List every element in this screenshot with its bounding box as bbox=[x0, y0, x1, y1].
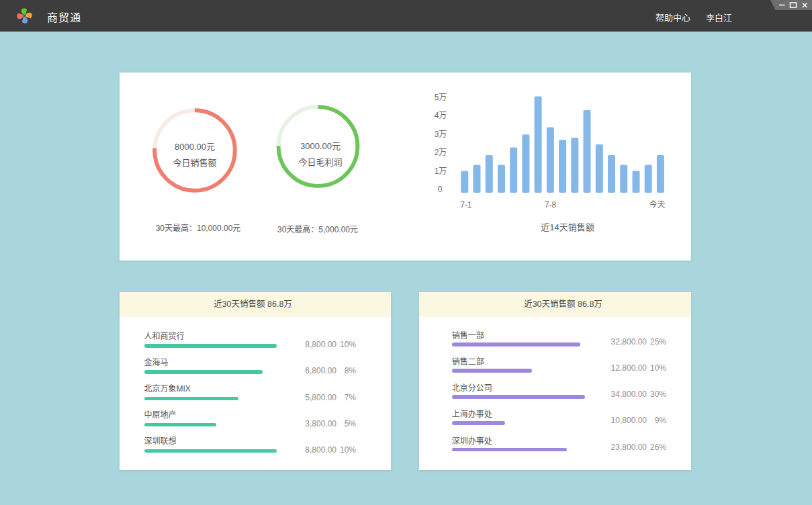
svg-text:1万: 1万 bbox=[435, 167, 447, 176]
svg-text:7-1: 7-1 bbox=[460, 200, 472, 210]
svg-text:2万: 2万 bbox=[435, 148, 447, 157]
svg-text:今天: 今天 bbox=[649, 199, 665, 210]
svg-text:5万: 5万 bbox=[435, 93, 447, 102]
svg-text:7-8: 7-8 bbox=[545, 200, 557, 210]
svg-text:4万: 4万 bbox=[435, 111, 447, 120]
svg-text:0: 0 bbox=[438, 185, 443, 194]
svg-text:3万: 3万 bbox=[435, 130, 447, 139]
